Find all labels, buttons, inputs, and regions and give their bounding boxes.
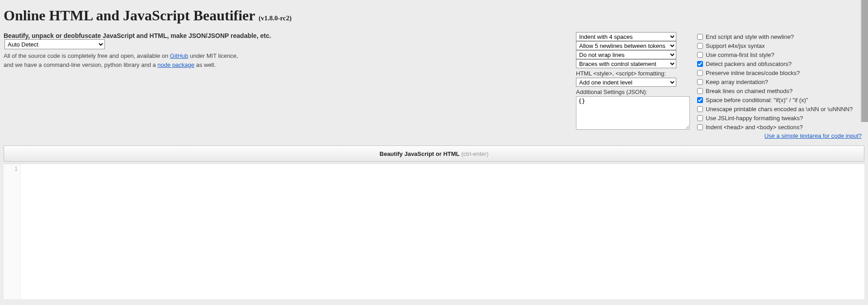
title-text: Online HTML and JavaScript Beautifier (4, 7, 255, 23)
additional-settings-label: Additional Settings (JSON): (576, 89, 690, 95)
chk-detect-packers[interactable] (697, 61, 703, 67)
chk-preserve-inline[interactable] (697, 70, 703, 76)
chk-label: Space before conditional: "if(x)" / "if … (706, 97, 808, 103)
beautify-label: Beautify JavaScript or HTML (380, 150, 460, 157)
use-textarea-link[interactable]: Use a simple textarea for code input? (697, 132, 862, 139)
version-text: (v1.8.0-rc2) (259, 14, 292, 22)
checkbox-column: End script and style with newline? Suppo… (697, 32, 864, 139)
additional-settings-input[interactable] (576, 96, 690, 130)
chk-keep-array-indent[interactable] (697, 79, 703, 85)
braces-select[interactable]: Braces with control statement (576, 59, 676, 68)
intro-line2-pre: and we have a command-line version, pyth… (4, 61, 157, 68)
intro-line2-post: as well. (194, 61, 216, 68)
language-select[interactable]: Auto Detect (5, 39, 105, 49)
indent-select[interactable]: Indent with 4 spaces (576, 32, 676, 41)
chk-label: Keep array indentation? (706, 79, 768, 85)
chk-end-newline[interactable] (697, 34, 703, 40)
github-link[interactable]: GitHub (170, 52, 188, 59)
scrollbar-thumb[interactable] (862, 0, 868, 122)
chk-label: Support e4x/jsx syntax (706, 42, 765, 49)
newlines-select[interactable]: Allow 5 newlines between tokens (576, 41, 676, 50)
chk-break-chained[interactable] (697, 88, 703, 94)
chk-label: End script and style with newline? (706, 33, 794, 40)
beautify-button[interactable]: Beautify JavaScript or HTML (ctrl-enter) (4, 145, 864, 162)
chk-unescape[interactable] (697, 106, 703, 112)
intro-line1-pre: All of the source code is completely fre… (4, 52, 170, 59)
chk-label: Preserve inline braces/code blocks? (706, 70, 800, 76)
chk-label: Use comma-first list style? (706, 52, 774, 58)
editor-gutter: 1 (4, 164, 21, 299)
code-editor[interactable]: 1 (4, 164, 864, 299)
node-package-link[interactable]: node package (157, 61, 194, 68)
gutter-line-number: 1 (4, 166, 18, 172)
intro-line1-post: under MIT licence, (188, 52, 238, 59)
intro-text: All of the source code is completely fre… (4, 52, 275, 69)
subtitle: Beautify, unpack or deobfuscate JavaScri… (4, 32, 271, 39)
chk-label: Use JSLint-happy formatting tweaks? (706, 115, 803, 122)
page-title: Online HTML and JavaScript Beautifier (v… (4, 7, 864, 24)
chk-label: Unescape printable chars encoded as \xNN… (706, 106, 853, 113)
scrollbar-vertical[interactable] (861, 0, 868, 122)
chk-label: Detect packers and obfuscators? (706, 61, 792, 67)
style-format-label: HTML <style>, <script> formatting: (576, 70, 690, 77)
code-area[interactable] (21, 164, 864, 299)
chk-space-conditional[interactable] (697, 97, 703, 103)
chk-label: Break lines on chained methods? (706, 88, 793, 94)
style-format-select[interactable]: Add one indent level (576, 78, 676, 87)
chk-jslint-happy[interactable] (697, 115, 703, 121)
chk-indent-head-body[interactable] (697, 124, 703, 130)
chk-e4x[interactable] (697, 43, 703, 49)
beautify-hint: (ctrl-enter) (462, 150, 489, 157)
wrap-select[interactable]: Do not wrap lines (576, 50, 676, 59)
chk-label: Indent <head> and <body> sections? (706, 124, 803, 131)
chk-comma-first[interactable] (697, 52, 703, 58)
